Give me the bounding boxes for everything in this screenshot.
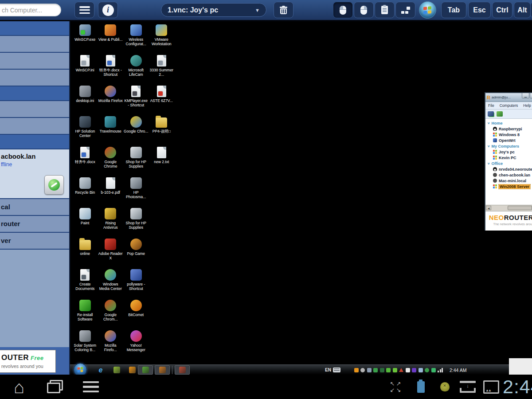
desktop-icon-yahoo-messenger[interactable]: Yahoo! Messenger (123, 330, 149, 361)
search-computer-field[interactable] (0, 4, 61, 16)
computer-list-item[interactable] (0, 36, 69, 53)
tray-icon-recycle-tool[interactable] (386, 368, 391, 372)
desktop-icon-recycle-bin[interactable]: Recycle Bin (72, 177, 98, 208)
computer-list-item[interactable] (0, 118, 69, 135)
tree-item-windows-8[interactable]: Windows 8 (485, 132, 532, 137)
connect-button[interactable] (44, 175, 64, 195)
tray-icon-green-utility[interactable] (373, 368, 378, 372)
menu-button[interactable] (74, 2, 94, 18)
language-indicator[interactable]: EN (325, 368, 331, 372)
desktop-icon-aste-6z7v[interactable]: ASTE 6Z7V... (149, 86, 175, 116)
tree-item-raspberrypi[interactable]: Raspberrypi (485, 126, 532, 132)
desktop-icon-adobe-reader-x[interactable]: Adobe Reader X (98, 239, 124, 269)
desktop-icon-shop-for-hp-supplies[interactable]: Shop for HP Supplies (123, 208, 149, 239)
windows-key-button[interactable] (417, 1, 438, 19)
desktop-icon-online[interactable]: online (72, 239, 98, 269)
scroll-left-arrow[interactable]: ◀ (486, 206, 491, 210)
desktop-icon-winscp-ini[interactable]: WinSCP.ini (72, 55, 98, 86)
desktop-icon-view-publi[interactable]: View & Publi... (98, 24, 124, 55)
tray-icon-speaker[interactable] (406, 368, 410, 372)
info-button[interactable]: i (98, 2, 118, 18)
computer-list-item[interactable] (0, 53, 69, 70)
tree-item-openwrt[interactable]: OpenWrt (485, 137, 532, 143)
android-notification[interactable] (433, 375, 457, 399)
tray-icon-color-app[interactable] (354, 368, 359, 372)
horizontal-scrollbar[interactable]: ◀ ▶ (485, 205, 532, 211)
search-input[interactable] (0, 4, 61, 16)
desktop-icon-pp4[interactable]: PP4-说明□ (149, 116, 175, 147)
desktop-icon-mozilla-firefox[interactable]: Mozilla Firefox (98, 86, 124, 116)
display-scaling-button[interactable] (395, 2, 415, 18)
add-computer-icon[interactable] (488, 111, 494, 117)
tree-item-joy-s-pc[interactable]: Joy's pc (485, 149, 532, 155)
computer-list-item-cal[interactable]: cal (0, 199, 69, 216)
desktop-icon-desktop-ini[interactable]: desktop.ini (72, 86, 98, 116)
desktop-icon-docx-shortcut[interactable]: 转齐牛.docx - Shortcut (98, 55, 124, 86)
desktop-icon-new-2-txt[interactable]: new 2.txt (149, 147, 175, 177)
menu-file[interactable]: File (485, 103, 497, 108)
neorouter-window[interactable]: R admin@ju... ▁ ▢ ✕ FileComputersHelp vH… (485, 92, 532, 231)
desktop-icon-pop-game[interactable]: Pop Game (123, 239, 149, 269)
computer-list-header[interactable] (0, 86, 69, 101)
desktop-icon-mozilla-firefo[interactable]: Mozilla Firefo... (98, 330, 124, 361)
desktop-icon-re-install-software[interactable]: Re-install Software (72, 300, 98, 330)
tray-icon-messenger[interactable] (412, 368, 416, 372)
keyboard-icon[interactable] (333, 368, 340, 372)
battery-status[interactable] (409, 375, 433, 399)
menu-help[interactable]: Help (520, 103, 532, 108)
tree-group-office[interactable]: vOffice (485, 160, 532, 166)
screenshot-notification[interactable] (480, 375, 503, 399)
desktop-icon-winscp-exe[interactable]: WinSCP.exe (72, 24, 98, 55)
taskbar-button-media-player[interactable] (125, 365, 140, 375)
home-button[interactable]: ⌂ (4, 375, 35, 399)
taskbar-button-app-window-1[interactable] (138, 365, 153, 375)
desktop-icon-vmware-workstation[interactable]: VMware Workstation (149, 24, 175, 55)
desktop-icon-b-103-e-pdf[interactable]: b-103-e.pdf (98, 177, 124, 208)
chevron-expanded-icon[interactable]: v (488, 161, 489, 165)
download-status[interactable]: ↓ (455, 375, 481, 399)
tray-icon-network-monitor[interactable] (380, 368, 384, 372)
computer-list-item-ver[interactable]: ver (0, 233, 69, 250)
chevron-expanded-icon[interactable]: v (488, 121, 489, 125)
fullscreen-toggle[interactable]: ↖↗↙↘ (382, 375, 409, 399)
desktop-icon-google-chrome[interactable]: Google Chrome (98, 147, 124, 177)
taskbar-button-app-window-3[interactable] (175, 365, 190, 375)
desktop-icon-hp-solution-center[interactable]: HP Solution Center (72, 116, 98, 147)
desktop-icon-google-chro[interactable]: Google Chro... (123, 116, 149, 147)
recents-button[interactable] (39, 375, 70, 399)
desktop-icon-pollyware-shortcut[interactable]: pollyware - Shortcut (123, 269, 149, 300)
computer-list-header[interactable] (0, 135, 69, 149)
tray-icon-volume-muted[interactable] (399, 368, 403, 372)
key-button-ctrl[interactable]: Ctrl (492, 2, 512, 18)
tray-icon-updater[interactable] (419, 368, 423, 372)
taskbar-button-app-window-2[interactable] (155, 365, 170, 375)
network-icon[interactable] (497, 111, 503, 117)
desktop-icon-google-chrom[interactable]: Google Chrom... (98, 300, 124, 330)
computer-list-item[interactable] (0, 101, 69, 118)
desktop-icon-rising-antivirus[interactable]: Rising Antivirus (98, 208, 124, 239)
tree-item-chen-acbook-lan[interactable]: chen-acbook.lan (485, 172, 532, 178)
desktop-icon-shop-for-hp-supplies[interactable]: Shop for HP Supplies (123, 147, 149, 177)
session-selector-dropdown[interactable]: 1.vnc: Joy's pc ▼ (161, 3, 266, 17)
desktop-icon-microsoft-lifecam[interactable]: Microsoft LifeCam (123, 55, 149, 86)
remote-desktop-viewport[interactable]: WinSCP.exeView & Publi...Wireless Config… (70, 21, 532, 375)
computer-list-item-router[interactable]: router (0, 216, 69, 233)
tray-icon-gray-device[interactable] (360, 368, 365, 372)
desktop-icon-hp-photosma[interactable]: HP Photosma... (123, 177, 149, 208)
computer-list-header[interactable] (0, 21, 69, 36)
desktop-icon-3330-summer-2[interactable]: 3330 Summer 2... (149, 55, 175, 86)
tree-group-my-computers[interactable]: vMy Computers (485, 143, 532, 149)
tray-icon-antivirus[interactable] (425, 368, 429, 372)
desktop-icon-solar-system-coloring-b[interactable]: Solar System Coloring B... (72, 330, 98, 361)
key-button-tab[interactable]: Tab (441, 2, 466, 18)
maximize-button[interactable]: ▢ (530, 93, 532, 98)
minimize-button[interactable]: ▁ (522, 93, 529, 98)
tray-icon-upload-tool[interactable] (431, 368, 436, 372)
tree-item-kevin-pc[interactable]: Kevin PC (485, 155, 532, 160)
desktop-icon-kmplayer-exe-shortcut[interactable]: KMPlayer.exe - Shortcut (123, 86, 149, 116)
selected-computer-detail[interactable]: acbook.lan ffline (0, 149, 69, 199)
chevron-expanded-icon[interactable]: v (488, 144, 489, 148)
scrollbar-thumb[interactable] (508, 206, 532, 210)
tray-icon-signal-strength[interactable] (438, 368, 443, 372)
desktop-icon-wireless-configurat[interactable]: Wireless Configurat... (123, 24, 149, 55)
